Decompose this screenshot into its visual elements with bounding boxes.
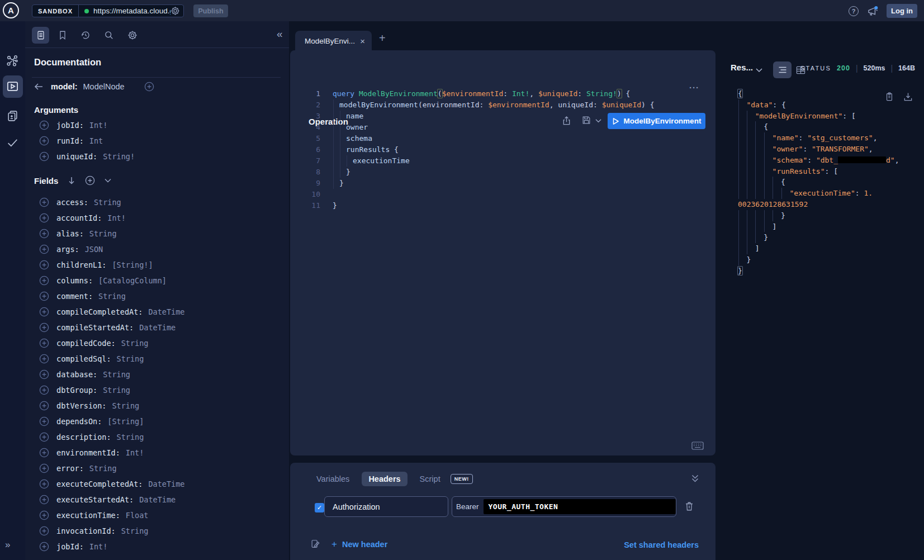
add-to-query-icon[interactable]: [39, 197, 49, 207]
history-icon[interactable]: [80, 30, 91, 40]
announcements-megaphone-icon[interactable]: [866, 5, 880, 17]
schema-field-row[interactable]: jobId: Int!: [34, 117, 135, 133]
add-to-query-icon[interactable]: [39, 463, 49, 473]
schema-field-row[interactable]: columns: [CatalogColumn]: [34, 273, 184, 288]
publish-button[interactable]: Publish: [193, 4, 228, 17]
add-to-query-icon[interactable]: [39, 120, 49, 130]
field-name: environmentId:: [56, 448, 120, 457]
add-to-query-icon[interactable]: [39, 542, 49, 552]
schema-field-row[interactable]: accountId: Int!: [34, 210, 184, 226]
tab-variables[interactable]: Variables: [312, 472, 354, 486]
add-to-query-icon[interactable]: [39, 151, 49, 162]
add-to-query-icon[interactable]: [39, 448, 49, 458]
add-to-query-icon[interactable]: [39, 276, 49, 286]
checks-icon[interactable]: [6, 136, 19, 149]
schema-field-row[interactable]: compiledCode: String: [34, 335, 184, 351]
documentation-tab-active[interactable]: [32, 27, 49, 44]
collapse-panel-icon[interactable]: «: [277, 28, 283, 40]
chevron-down-icon[interactable]: [105, 178, 111, 183]
add-to-query-icon[interactable]: [39, 260, 49, 270]
add-to-query-icon[interactable]: [39, 495, 49, 505]
expand-rail-icon[interactable]: »: [5, 539, 10, 550]
operation-collections-icon[interactable]: [6, 110, 19, 122]
set-shared-headers-link[interactable]: Set shared headers: [624, 540, 699, 549]
sort-descending-icon[interactable]: [68, 176, 75, 185]
add-to-query-icon[interactable]: [39, 510, 49, 520]
schema-field-row[interactable]: alias: String: [34, 226, 184, 241]
breadcrumb-type[interactable]: ModelNode: [83, 82, 125, 91]
tab-headers[interactable]: Headers: [362, 472, 407, 486]
schema-graph-icon[interactable]: [6, 55, 19, 68]
delete-header-icon[interactable]: [684, 501, 694, 512]
add-all-fields-icon[interactable]: [85, 175, 95, 186]
schema-field-row[interactable]: childrenL1: [String!]: [34, 257, 184, 273]
code-line: 8 }: [296, 167, 704, 178]
formatted-view-toggle[interactable]: [773, 61, 792, 78]
keyboard-shortcuts-icon[interactable]: [691, 442, 704, 450]
endpoint-settings-gear-icon[interactable]: [170, 6, 180, 16]
settings-gear-icon[interactable]: [127, 30, 138, 40]
schema-field-row[interactable]: database: String: [34, 367, 184, 382]
add-to-query-icon[interactable]: [39, 322, 49, 333]
schema-field-row[interactable]: executeCompletedAt: DateTime: [34, 476, 184, 492]
schema-field-row[interactable]: access: String: [34, 194, 184, 210]
add-type-icon[interactable]: [144, 82, 154, 92]
schema-field-row[interactable]: environmentId: Int!: [34, 445, 184, 461]
add-to-query-icon[interactable]: [39, 307, 49, 317]
graphql-editor[interactable]: 1 query ModelByEnvironment($environmentI…: [296, 88, 704, 211]
schema-field-row[interactable]: error: String: [34, 461, 184, 476]
add-to-query-icon[interactable]: [39, 401, 49, 411]
add-to-query-icon[interactable]: [39, 479, 49, 489]
schema-field-row[interactable]: dbtVersion: String: [34, 398, 184, 414]
bookmarks-icon[interactable]: [58, 30, 68, 40]
add-to-query-icon[interactable]: [39, 213, 49, 223]
header-key-input[interactable]: Authorization: [324, 496, 448, 517]
endpoint-url[interactable]: https://metadata.cloud.get: [93, 7, 170, 15]
apollo-logo[interactable]: A: [3, 2, 19, 18]
explorer-icon[interactable]: [6, 80, 19, 93]
edit-headers-icon[interactable]: [310, 539, 320, 549]
schema-field-row[interactable]: executeStartedAt: DateTime: [34, 492, 184, 507]
add-to-query-icon[interactable]: [39, 416, 49, 426]
help-icon[interactable]: ?: [849, 6, 859, 16]
add-to-query-icon[interactable]: [39, 385, 49, 395]
tab-script[interactable]: Script: [415, 472, 445, 486]
operation-tab[interactable]: ModelByEnvi... ×: [295, 31, 372, 51]
header-value-input[interactable]: Bearer YOUR_AUTH_TOKEN: [452, 496, 676, 517]
schema-field-row[interactable]: description: String: [34, 429, 184, 445]
new-header-button[interactable]: + New header: [331, 539, 387, 550]
add-to-query-icon[interactable]: [39, 229, 49, 239]
field-type: String: [98, 292, 126, 301]
add-to-query-icon[interactable]: [39, 369, 49, 379]
schema-field-row[interactable]: dbtGroup: String: [34, 382, 184, 398]
add-to-query-icon[interactable]: [39, 432, 49, 442]
add-to-query-icon[interactable]: [39, 526, 49, 536]
schema-field-row[interactable]: uniqueId: String!: [34, 149, 135, 164]
add-to-query-icon[interactable]: [39, 136, 49, 146]
new-tab-icon[interactable]: +: [379, 32, 386, 45]
collapse-panel-chevrons-icon[interactable]: [691, 474, 699, 483]
add-to-query-icon[interactable]: [39, 291, 49, 301]
endpoint-bar[interactable]: SANDBOX https://metadata.cloud.get: [32, 4, 184, 17]
add-to-query-icon[interactable]: [39, 244, 49, 254]
response-dropdown-title[interactable]: Res...: [731, 63, 753, 72]
close-tab-icon[interactable]: ×: [360, 36, 365, 46]
schema-field-row[interactable]: runId: Int: [34, 133, 135, 149]
header-enabled-checkbox[interactable]: ✓: [315, 503, 324, 512]
schema-field-row[interactable]: invocationId: String: [34, 523, 184, 539]
schema-field-row[interactable]: compileStartedAt: DateTime: [34, 320, 184, 335]
schema-field-row[interactable]: args: JSON: [34, 241, 184, 257]
schema-field-row[interactable]: executionTime: Float: [34, 507, 184, 523]
login-button[interactable]: Log in: [887, 4, 917, 18]
schema-field-row[interactable]: comment: String: [34, 288, 184, 304]
schema-field-row[interactable]: dependsOn: [String]: [34, 414, 184, 429]
add-to-query-icon[interactable]: [39, 338, 49, 348]
auth-token-redacted[interactable]: YOUR_AUTH_TOKEN: [484, 499, 676, 514]
schema-field-row[interactable]: compiledSql: String: [34, 351, 184, 367]
schema-field-row[interactable]: jobId: Int!: [34, 539, 184, 554]
schema-field-row[interactable]: compileCompletedAt: DateTime: [34, 304, 184, 320]
back-arrow-icon[interactable]: [34, 83, 43, 91]
add-to-query-icon[interactable]: [39, 354, 49, 364]
response-dropdown-chevron-icon[interactable]: [756, 68, 762, 73]
search-icon[interactable]: [104, 30, 114, 40]
